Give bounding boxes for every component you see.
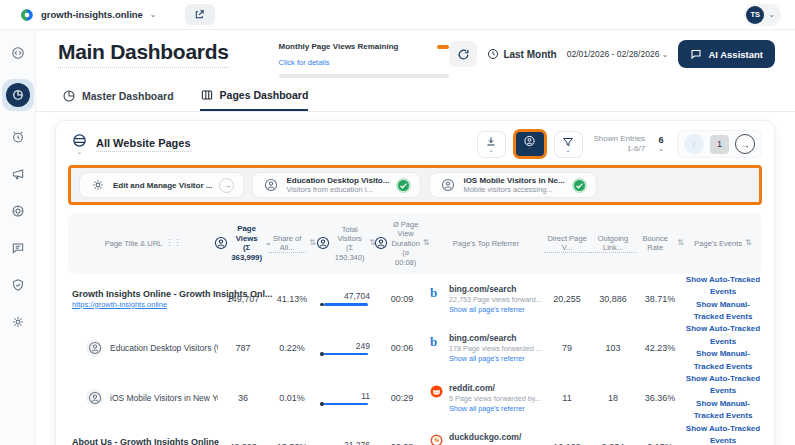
referrer-cell: b bing.com/search 22,753 Page views forw… <box>428 284 544 314</box>
quota-label: Monthly Page Views Remaining <box>279 42 399 51</box>
quota-indicator <box>437 45 449 49</box>
dashboards-icon <box>12 89 24 101</box>
page-title: Main Dashboards <box>58 40 229 68</box>
outgoing-cell: 30,886 <box>590 294 636 304</box>
quota-details-link[interactable]: Click for details <box>279 58 330 67</box>
column-header-outgoing[interactable]: Outgoing Link... <box>590 234 636 254</box>
all-website-pages-card: ⌄ All Website Pages ⌄ ⌃ <box>55 120 775 445</box>
share-cell: 0.22% <box>268 343 316 353</box>
tab-master-dashboard[interactable]: Master Dashboard <box>62 88 174 111</box>
column-header-referrer[interactable]: Page's Top Referrer <box>428 239 544 248</box>
table-row: About Us - Growth Insights Online https:… <box>68 423 762 445</box>
current-page: 1 <box>710 135 729 154</box>
card-title: All Website Pages <box>96 137 191 152</box>
quota-progress-bar <box>279 74 449 78</box>
column-header-duration[interactable]: Ø Page View Duration(⌀ 00:08)⇅ <box>376 220 428 267</box>
sidebar-item-target[interactable] <box>7 200 29 222</box>
sort-icon[interactable]: ⇅ <box>309 238 316 248</box>
visitor-chip[interactable]: Edit and Manage Visitor ... → <box>79 172 244 198</box>
filter-button[interactable]: ⌄ <box>554 131 583 158</box>
arrow-right-icon[interactable]: → <box>219 178 234 193</box>
bounce-cell: 38.71% <box>636 294 684 304</box>
page-title-cell: About Us - Growth Insights Online https:… <box>68 437 218 445</box>
visitors-cell: 11 <box>316 391 376 406</box>
site-selector[interactable]: growth-insights.online ⌄ <box>14 6 163 24</box>
dashboard-tabs: Master Dashboard Pages Dashboard <box>36 88 795 112</box>
chevron-down-icon: ⌄ <box>662 50 669 59</box>
sort-icon[interactable]: ⇅ <box>745 238 752 248</box>
page-size-select[interactable]: 6⌄ <box>658 136 664 151</box>
sidebar-item-settings[interactable] <box>7 311 29 333</box>
bing-icon: b <box>430 289 437 299</box>
columns-icon <box>200 88 214 102</box>
site-name: growth-insights.online <box>41 9 143 20</box>
sort-icon[interactable]: ⇅ <box>677 238 684 248</box>
person-icon <box>88 341 102 355</box>
next-page-button[interactable]: → <box>735 134 755 154</box>
visitors-cell: 249 <box>316 341 376 356</box>
visitors-bar <box>324 303 368 306</box>
duration-cell: 00:29 <box>376 393 428 403</box>
export-button[interactable]: ⌄ <box>477 131 506 158</box>
prev-page-button[interactable]: ‹ <box>684 134 704 154</box>
quota-widget: Monthly Page Views Remaining Click for d… <box>279 42 449 78</box>
tab-pages-dashboard[interactable]: Pages Dashboard <box>200 88 309 111</box>
person-icon <box>214 236 228 250</box>
sidebar-item-panel-toggle[interactable] <box>7 42 29 64</box>
sidebar-item-shield[interactable] <box>7 274 29 296</box>
pages-table: Page Title & URL⋮⋮Page Views(Σ 363,999)⌄… <box>68 213 762 445</box>
pagination: ‹ 1 → <box>677 130 762 158</box>
shown-entries: Shown Entries 1-6/7 <box>594 134 646 155</box>
events-link[interactable]: Show Manual-Tracked Events <box>684 299 762 324</box>
alarm-icon <box>11 130 25 144</box>
events-link[interactable]: Show Manual-Tracked Events <box>684 348 762 373</box>
sidebar-item-alarm[interactable] <box>7 126 29 148</box>
refresh-icon <box>457 48 470 61</box>
show-all-referrers-link[interactable]: Show all page's referrer <box>449 354 525 363</box>
active-check-icon <box>572 178 587 193</box>
user-menu[interactable]: TS ⌄ <box>744 4 781 26</box>
share-cell: 41.13% <box>268 294 316 304</box>
date-range[interactable]: 02/01/2026 - 02/28/2026 ⌄ <box>567 49 669 59</box>
visitor-groups-button[interactable]: ⌃ <box>513 129 547 159</box>
visitor-chip[interactable]: iOS Mobile Visitors in Ne... Mobile visi… <box>429 172 596 198</box>
events-cell: Show Auto-Tracked EventsShow Manual-Trac… <box>684 323 762 373</box>
bounce-cell: 36.36% <box>636 393 684 403</box>
period-selector[interactable]: Last Month <box>487 48 556 60</box>
refresh-button[interactable] <box>449 41 477 67</box>
column-header-share[interactable]: Share of All...⇅ <box>268 234 316 254</box>
show-all-referrers-link[interactable]: Show all page's referrer <box>449 404 525 413</box>
referrer-cell: reddit.com/ 5 Page views forwarded by...… <box>428 383 544 413</box>
bing-icon: b <box>430 338 437 348</box>
drag-handle-icon[interactable]: ⋮⋮ <box>165 238 181 248</box>
views-cell: 149,707 <box>218 294 268 304</box>
events-link[interactable]: Show Auto-Tracked Events <box>684 274 762 299</box>
column-header-bounce[interactable]: Bounce Rate⇅ <box>636 234 684 253</box>
table-row: iOS Mobile Visitors in New York 36 0.01%… <box>68 373 762 423</box>
sidebar-item-chat[interactable] <box>7 237 29 259</box>
settings-icon <box>11 315 25 329</box>
page-title-cell: Growth Insights Online - Growth Insights… <box>68 289 218 309</box>
column-header-events[interactable]: Page's Events⇅ <box>684 238 762 248</box>
sidebar-item-dashboards[interactable] <box>2 79 34 111</box>
column-header-views[interactable]: Page Views(Σ 363,999)⌄ <box>218 224 268 263</box>
sidebar-item-megaphone[interactable] <box>7 163 29 185</box>
column-header-visitors[interactable]: Total Visitors(Σ 150,340)⇅ <box>316 225 376 263</box>
events-link[interactable]: Show Manual-Tracked Events <box>684 398 762 423</box>
visitors-bar <box>324 403 368 406</box>
events-link[interactable]: Show Auto-Tracked Events <box>684 323 762 348</box>
open-site-button[interactable] <box>185 4 215 25</box>
pie-icon <box>62 89 76 103</box>
show-all-referrers-link[interactable]: Show all page's referrer <box>449 305 525 314</box>
visitors-cell: 21,276 <box>316 440 376 445</box>
events-link[interactable]: Show Auto-Tracked Events <box>684 423 762 445</box>
events-cell: Show Auto-Tracked EventsShow Manual-Trac… <box>684 373 762 423</box>
chevron-down-icon: ⌄ <box>150 11 157 19</box>
events-link[interactable]: Show Auto-Tracked Events <box>684 373 762 398</box>
column-header-title[interactable]: Page Title & URL⋮⋮ <box>68 238 218 248</box>
visitor-chip[interactable]: Education Desktop Visito... Visitors fro… <box>252 172 421 198</box>
ai-assistant-button[interactable]: AI Assistant <box>678 40 775 68</box>
page-url-link[interactable]: https://growth-insights.online <box>72 300 167 309</box>
reddit-icon <box>430 385 443 398</box>
column-header-direct[interactable]: Direct Page V... <box>544 234 590 254</box>
